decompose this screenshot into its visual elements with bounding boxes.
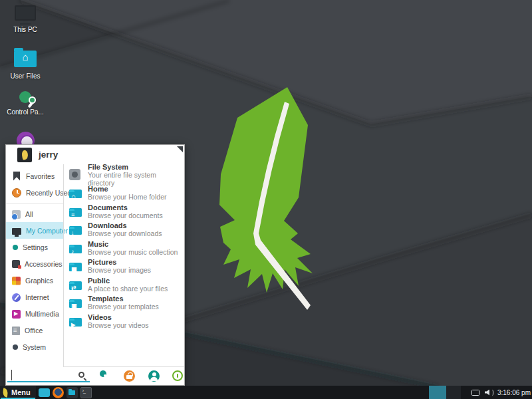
- menu-header: jerry: [6, 145, 184, 164]
- graphics-icon: [12, 277, 21, 285]
- volume-icon[interactable]: [485, 390, 491, 396]
- category-label: Internet: [25, 293, 49, 301]
- category-label: Favorites: [26, 172, 55, 180]
- settings-gear-icon: [13, 245, 18, 250]
- menu-item-public[interactable]: Public A place to share your files: [64, 275, 184, 294]
- accessories-icon: [12, 260, 20, 268]
- sidebar-item-office[interactable]: Office: [6, 322, 63, 338]
- workspace-pager-inactive[interactable]: [446, 386, 461, 399]
- place-name: Home: [88, 185, 166, 193]
- place-description: Browse your videos: [88, 321, 149, 329]
- whisker-menu: jerry Favorites Recently Used All My Com…: [5, 144, 185, 386]
- search-icon[interactable]: [78, 372, 84, 378]
- sidebar-item-system[interactable]: System: [6, 338, 63, 355]
- terminal-icon[interactable]: [80, 387, 92, 398]
- internet-globe-icon: [12, 293, 21, 302]
- recently-used-clock-icon: [12, 188, 21, 198]
- sidebar-item-internet[interactable]: Internet: [6, 289, 63, 305]
- logout-power-icon[interactable]: [172, 370, 183, 381]
- sidebar-item-multimedia[interactable]: Multimedia: [6, 305, 63, 322]
- workspace-pager-active[interactable]: [429, 386, 446, 399]
- user-files-folder-icon: [14, 51, 37, 67]
- place-description: Browse your images: [88, 266, 151, 274]
- sidebar-item-my-computer[interactable]: My Computer: [6, 222, 63, 239]
- category-label: Accessories: [25, 260, 63, 268]
- control-panel-icon: [19, 91, 31, 103]
- menu-item-music[interactable]: Music Browse your music collection: [64, 239, 184, 257]
- desktop-icon-user-files[interactable]: User Files: [0, 47, 51, 80]
- place-name: Documents: [88, 203, 163, 211]
- category-label: System: [23, 343, 46, 351]
- system-gear-icon: [13, 344, 18, 350]
- switch-user-icon[interactable]: [148, 370, 160, 382]
- place-name: Videos: [88, 313, 149, 321]
- menu-item-templates[interactable]: Templates Browse your templates: [64, 294, 184, 313]
- all-apps-icon: [12, 210, 21, 219]
- desktop-icon-this-pc[interactable]: This PC: [0, 5, 51, 33]
- place-name: Music: [88, 240, 178, 248]
- sidebar-item-recently-used[interactable]: Recently Used: [6, 184, 63, 201]
- my-computer-icon: [12, 228, 21, 235]
- lock-screen-icon[interactable]: [124, 370, 135, 382]
- menu-places-panel: File System Your entire file system dire…: [63, 164, 184, 367]
- downloads-folder-icon: [69, 226, 82, 235]
- sidebar-item-graphics[interactable]: Graphics: [6, 272, 63, 289]
- category-label: All: [25, 210, 33, 218]
- menu-resize-grip[interactable]: [177, 146, 183, 152]
- place-name: Public: [88, 277, 168, 285]
- category-label: Multimedia: [25, 310, 59, 318]
- place-name: Pictures: [88, 258, 151, 266]
- menu-item-downloads[interactable]: Downloads Browse your downloads: [64, 221, 184, 239]
- sidebar-item-settings[interactable]: Settings: [6, 239, 63, 255]
- sidebar-item-accessories[interactable]: Accessories: [6, 255, 63, 272]
- desktop-icon-control-panel[interactable]: Control Pa...: [0, 88, 51, 116]
- menu-item-home[interactable]: Home Browse your Home folder: [64, 184, 184, 203]
- sidebar-separator: [6, 203, 63, 203]
- desktop-icon-label: This PC: [0, 26, 51, 33]
- menu-category-sidebar: Favorites Recently Used All My Computer …: [6, 164, 63, 367]
- category-label: My Computer: [26, 227, 68, 235]
- place-name: File System: [88, 164, 184, 171]
- system-tray: 3:16:06 pm: [429, 386, 532, 399]
- category-label: Office: [25, 327, 43, 334]
- search-input[interactable]: [7, 368, 90, 382]
- videos-folder-icon: [69, 318, 82, 327]
- place-description: Browse your music collection: [88, 248, 178, 256]
- menu-feather-icon: [2, 388, 9, 397]
- computer-icon: [15, 5, 36, 21]
- file-system-drive-icon: [69, 169, 80, 180]
- volume-wave-icon[interactable]: [491, 390, 493, 396]
- menu-item-pictures[interactable]: Pictures Browse your images: [64, 257, 184, 276]
- menu-footer: [6, 367, 184, 385]
- category-label: Graphics: [25, 277, 53, 285]
- menu-button[interactable]: Menu: [0, 386, 36, 399]
- place-description: Browse your downloads: [88, 229, 162, 237]
- taskbar: Menu 3:16:06 pm: [0, 386, 532, 399]
- place-name: Downloads: [88, 221, 162, 229]
- clock[interactable]: 3:16:06 pm: [497, 389, 531, 396]
- menu-item-file-system[interactable]: File System Your entire file system dire…: [64, 166, 184, 184]
- sidebar-item-all[interactable]: All: [6, 205, 63, 222]
- category-label: Settings: [23, 243, 48, 251]
- music-folder-icon: [69, 245, 82, 253]
- documents-folder-icon: [69, 208, 82, 217]
- menu-item-videos[interactable]: Videos Browse your videos: [64, 312, 184, 331]
- chat-icon[interactable]: [39, 388, 50, 397]
- user-avatar[interactable]: [17, 148, 32, 162]
- place-description: Your entire file system directory: [88, 171, 184, 187]
- file-manager-icon[interactable]: [66, 387, 78, 398]
- place-name: Templates: [88, 295, 159, 303]
- sidebar-item-favorites[interactable]: Favorites: [6, 168, 63, 184]
- menu-button-label: Menu: [11, 388, 31, 396]
- office-icon: [12, 327, 20, 335]
- text-caret: [11, 370, 12, 380]
- pictures-folder-icon: [69, 263, 82, 271]
- settings-manager-icon[interactable]: [100, 370, 106, 377]
- display-icon[interactable]: [471, 390, 479, 396]
- public-folder-icon: [69, 281, 82, 290]
- firefox-icon[interactable]: [53, 387, 64, 398]
- place-description: Browse your documents: [88, 211, 163, 219]
- place-description: Browse your Home folder: [88, 193, 166, 201]
- place-description: Browse your templates: [88, 303, 159, 311]
- menu-item-documents[interactable]: Documents Browse your documents: [64, 202, 184, 221]
